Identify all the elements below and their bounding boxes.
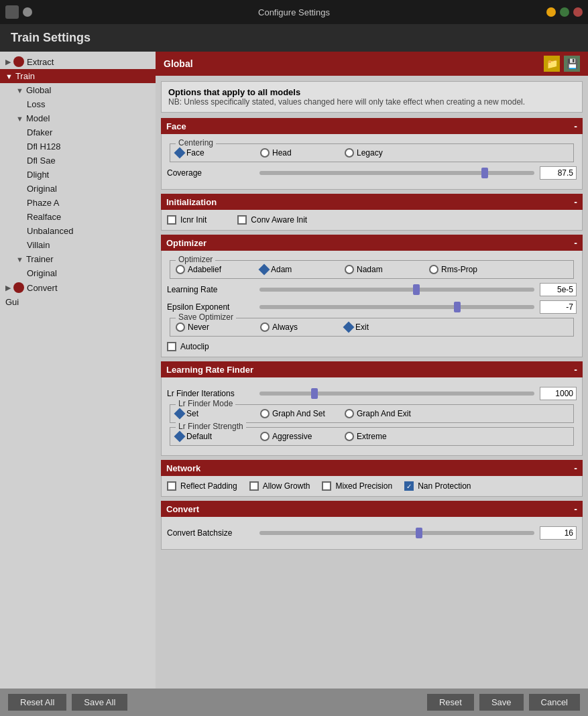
reset-all-button[interactable]: Reset All: [8, 694, 66, 711]
app-title: Train Settings: [0, 24, 588, 52]
sidebar-item-loss[interactable]: Loss: [0, 97, 156, 111]
batchsize-thumb: [416, 528, 422, 538]
sidebar-item-phasea[interactable]: Phaze A: [0, 196, 156, 210]
sidebar-item-realface[interactable]: Realface: [0, 210, 156, 224]
convert-collapse-btn[interactable]: -: [574, 503, 577, 514]
sidebar-item-dfl128[interactable]: Dfl H128: [0, 139, 156, 154]
save-optimizer-group: Save Optimizer Never Always: [170, 318, 574, 337]
iterations-slider[interactable]: [259, 392, 534, 396]
coverage-slider[interactable]: [259, 171, 534, 175]
mode-graph-exit[interactable]: Graph And Exit: [345, 409, 425, 418]
sidebar-item-extract[interactable]: ▶ Extract: [0, 54, 156, 69]
opt-adam[interactable]: Adam: [260, 265, 341, 274]
conv-aware-checkbox[interactable]: [237, 215, 247, 225]
save-opt-label: Save Optimizer: [176, 312, 236, 322]
optimizer-collapse-btn[interactable]: -: [574, 237, 577, 248]
save-button[interactable]: Save: [479, 694, 524, 711]
mixed-precision-checkbox[interactable]: [322, 481, 331, 491]
coverage-row: Coverage: [167, 166, 577, 180]
maximize-button[interactable]: [560, 7, 569, 17]
sidebar-item-gui[interactable]: Gui: [0, 295, 156, 309]
face-collapse-btn[interactable]: -: [574, 121, 577, 131]
centering-head[interactable]: Head: [260, 148, 341, 158]
sidebar-item-global[interactable]: ▼Global: [0, 83, 156, 97]
icnr-checkbox[interactable]: [167, 215, 176, 225]
allow-growth-checkbox[interactable]: [249, 481, 259, 491]
convert-section-body: Convert Batchsize: [161, 517, 583, 550]
coverage-value[interactable]: [540, 166, 577, 180]
autoclip-checkbox[interactable]: [167, 342, 176, 351]
opt-adabelief[interactable]: Adabelief: [176, 265, 256, 274]
lr-slider[interactable]: [259, 288, 534, 292]
lr-finder-collapse-btn[interactable]: -: [574, 364, 577, 375]
initialization-section: Initialization - Icnr Init Conv Aware In…: [161, 194, 583, 231]
sidebar-icon-global: ▼: [16, 86, 23, 95]
sidebar-label-gui: Gui: [5, 297, 19, 307]
centering-face[interactable]: Face: [176, 148, 256, 158]
main-container: Train Settings ▶ Extract▼Train▼GlobalLos…: [0, 24, 588, 716]
save-never[interactable]: Never: [176, 322, 256, 332]
footer: Reset All Save All Reset Save Cancel: [0, 689, 588, 716]
mode-set[interactable]: Set: [176, 409, 256, 418]
adam-diamond-icon: [259, 264, 270, 276]
opt-rmsprop[interactable]: Rms-Prop: [429, 265, 510, 274]
cancel-button[interactable]: Cancel: [529, 694, 580, 711]
strength-default[interactable]: Default: [176, 432, 256, 441]
coverage-thumb: [481, 168, 488, 178]
centering-legacy[interactable]: Legacy: [345, 148, 425, 158]
sidebar-item-dfaker[interactable]: Dfaker: [0, 125, 156, 139]
batchsize-slider[interactable]: [259, 531, 534, 535]
opt-nadam[interactable]: Nadam: [345, 265, 425, 274]
init-collapse-btn[interactable]: -: [574, 196, 577, 207]
close-button[interactable]: [573, 7, 583, 17]
titlebar-left: [5, 5, 32, 19]
optimizer-group: Optimizer Adabelief Adam: [170, 260, 574, 279]
allow-growth-option[interactable]: Allow Growth: [249, 481, 310, 491]
mode-graph-set[interactable]: Graph And Set: [260, 409, 341, 418]
sidebar-item-dlight[interactable]: Dlight: [0, 168, 156, 182]
panel-scroll[interactable]: Options that apply to all models NB: Unl…: [156, 76, 588, 689]
mixed-precision-option[interactable]: Mixed Precision: [322, 481, 392, 491]
sidebar-item-original[interactable]: Original: [0, 182, 156, 196]
lr-value[interactable]: [540, 283, 577, 296]
save-all-button[interactable]: Save All: [72, 694, 127, 711]
epsilon-slider[interactable]: [259, 305, 534, 309]
sidebar-item-train[interactable]: ▼Train: [0, 69, 156, 83]
save-icon-button[interactable]: 💾: [564, 56, 580, 72]
epsilon-value[interactable]: [540, 300, 577, 314]
sidebar-item-trainer[interactable]: ▼Trainer: [0, 252, 156, 266]
face-section: Face - Centering Face: [161, 118, 583, 190]
convert-section-title: Convert -: [161, 501, 583, 517]
minimize-button[interactable]: [546, 7, 556, 17]
info-text: NB: Unless specifically stated, values c…: [168, 97, 575, 107]
folder-button[interactable]: 📁: [544, 56, 560, 72]
save-always[interactable]: Always: [260, 322, 341, 332]
sidebar-item-convert[interactable]: ▶ Convert: [0, 280, 156, 295]
network-collapse-btn[interactable]: -: [574, 463, 577, 473]
sidebar-item-model[interactable]: ▼Model: [0, 111, 156, 125]
reset-button[interactable]: Reset: [427, 694, 474, 711]
icnr-option[interactable]: Icnr Init: [167, 215, 207, 225]
autoclip-option[interactable]: Autoclip: [167, 342, 577, 351]
sidebar-item-trainer-original[interactable]: Original: [0, 266, 156, 280]
lr-strength-options: Default Aggressive Extreme: [176, 432, 568, 441]
reflect-padding-option[interactable]: Reflect Padding: [167, 481, 237, 491]
sidebar-item-villain[interactable]: Villain: [0, 238, 156, 252]
reflect-padding-checkbox[interactable]: [167, 481, 176, 491]
save-exit[interactable]: Exit: [345, 322, 425, 332]
nan-protection-checkbox[interactable]: [404, 481, 414, 491]
lr-finder-title: Learning Rate Finder -: [161, 361, 583, 377]
sidebar-icon-trainer: ▼: [16, 255, 23, 263]
strength-aggressive[interactable]: Aggressive: [260, 432, 341, 441]
sidebar-item-dflsae[interactable]: Dfl Sae: [0, 154, 156, 168]
sidebar-item-unbalanced[interactable]: Unbalanced: [0, 224, 156, 238]
strength-extreme[interactable]: Extreme: [345, 432, 425, 441]
optimizer-section-title: Optimizer -: [161, 235, 583, 251]
extreme-radio: [345, 432, 354, 441]
nan-protection-option[interactable]: Nan Protection: [404, 481, 471, 491]
convert-section: Convert - Convert Batchsize: [161, 501, 583, 550]
conv-aware-option[interactable]: Conv Aware Init: [237, 215, 307, 225]
iterations-value[interactable]: [540, 387, 577, 400]
batchsize-value[interactable]: [540, 526, 577, 540]
iterations-row: Lr Finder Iterations: [167, 387, 577, 400]
